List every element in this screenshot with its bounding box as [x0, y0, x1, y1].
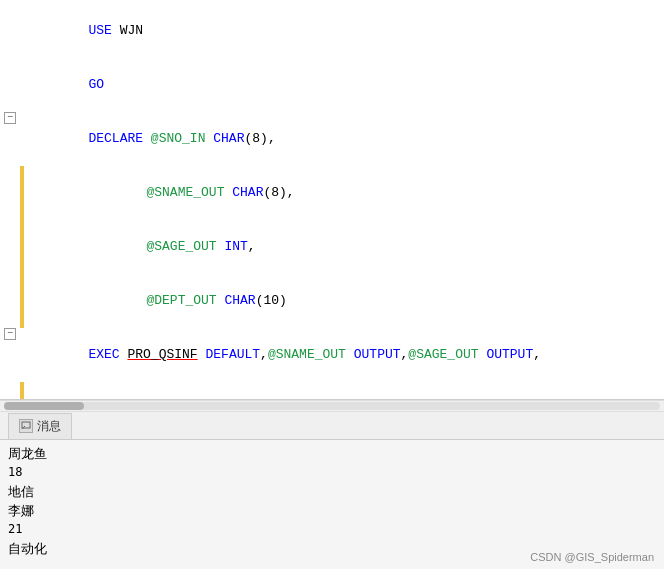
- code-plain: ,: [260, 347, 268, 362]
- keyword: USE: [88, 23, 111, 38]
- code-line: GO: [0, 58, 664, 112]
- keyword: CHAR: [213, 131, 244, 146]
- output-tab-bar: 消息: [0, 412, 664, 440]
- code-line: @DEPT_OUT OUTPUT: [0, 382, 664, 400]
- variable: @SAGE_OUT: [146, 239, 216, 254]
- code-line: @DEPT_OUT CHAR(10): [0, 274, 664, 328]
- code-line: − EXEC PRO_QSINF DEFAULT,@SNAME_OUT OUTP…: [0, 328, 664, 382]
- messages-tab-icon: [19, 419, 33, 433]
- code-plain: ,: [533, 347, 541, 362]
- output-line-3: 地信: [8, 482, 656, 501]
- fold-button[interactable]: −: [4, 328, 16, 340]
- code-editor: USE WJN GO − DECLARE @SNO_IN CHAR(8), @S…: [0, 0, 664, 400]
- code-plain: WJN: [112, 23, 143, 38]
- code-line: @SNAME_OUT CHAR(8),: [0, 166, 664, 220]
- output-line-1: 周龙鱼: [8, 444, 656, 463]
- code-text: @SNAME_OUT CHAR(8),: [24, 166, 664, 220]
- code-plain: [346, 347, 354, 362]
- code-line: USE WJN: [0, 4, 664, 58]
- watermark: CSDN @GIS_Spiderman: [530, 551, 654, 563]
- output-content: 周龙鱼 18 地信 李娜 21 自动化: [0, 440, 664, 562]
- line-gutter: −: [0, 112, 20, 124]
- fold-button[interactable]: −: [4, 112, 16, 124]
- code-text: GO: [20, 58, 664, 112]
- variable: @SNAME_OUT: [146, 185, 224, 200]
- code-text: EXEC PRO_QSINF DEFAULT,@SNAME_OUT OUTPUT…: [20, 328, 664, 382]
- line-gutter: −: [0, 328, 20, 340]
- code-plain: [143, 131, 151, 146]
- keyword: EXEC: [88, 347, 119, 362]
- code-text: DECLARE @SNO_IN CHAR(8),: [20, 112, 664, 166]
- watermark-text: CSDN @GIS_Spiderman: [530, 551, 654, 563]
- keyword: DECLARE: [88, 131, 143, 146]
- code-content: USE WJN GO − DECLARE @SNO_IN CHAR(8), @S…: [0, 0, 664, 400]
- output-panel: 消息 周龙鱼 18 地信 李娜 21 自动化 CSDN @GIS_Spiderm…: [0, 412, 664, 569]
- variable: @DEPT_OUT: [146, 293, 216, 308]
- code-plain: (10): [256, 293, 287, 308]
- output-tab-label: 消息: [37, 418, 61, 435]
- scrollbar-thumb[interactable]: [4, 402, 84, 410]
- code-line: − DECLARE @SNO_IN CHAR(8),: [0, 112, 664, 166]
- scrollbar-track: [4, 402, 660, 410]
- output-line-2: 18: [8, 463, 656, 482]
- variable: @SNAME_OUT: [268, 347, 346, 362]
- keyword: DEFAULT: [205, 347, 260, 362]
- keyword: CHAR: [232, 185, 263, 200]
- code-text: @SAGE_OUT INT,: [24, 220, 664, 274]
- keyword: GO: [88, 77, 104, 92]
- output-tab-messages[interactable]: 消息: [8, 413, 72, 439]
- keyword: OUTPUT: [354, 347, 401, 362]
- variable: @SAGE_OUT: [408, 347, 478, 362]
- variable: @SNO_IN: [151, 131, 206, 146]
- code-text: @DEPT_OUT CHAR(10): [24, 274, 664, 328]
- code-plain: (8),: [244, 131, 275, 146]
- code-plain: ,: [248, 239, 256, 254]
- output-line-4: 李娜: [8, 501, 656, 520]
- code-text: @DEPT_OUT OUTPUT: [24, 382, 664, 400]
- keyword: INT: [224, 239, 247, 254]
- code-line: @SAGE_OUT INT,: [0, 220, 664, 274]
- function-name: PRO_QSINF: [127, 347, 197, 362]
- code-plain: (8),: [263, 185, 294, 200]
- output-line-5: 21: [8, 520, 656, 539]
- keyword: CHAR: [224, 293, 255, 308]
- code-text: USE WJN: [20, 4, 664, 58]
- horizontal-scrollbar[interactable]: [0, 400, 664, 412]
- keyword: OUTPUT: [486, 347, 533, 362]
